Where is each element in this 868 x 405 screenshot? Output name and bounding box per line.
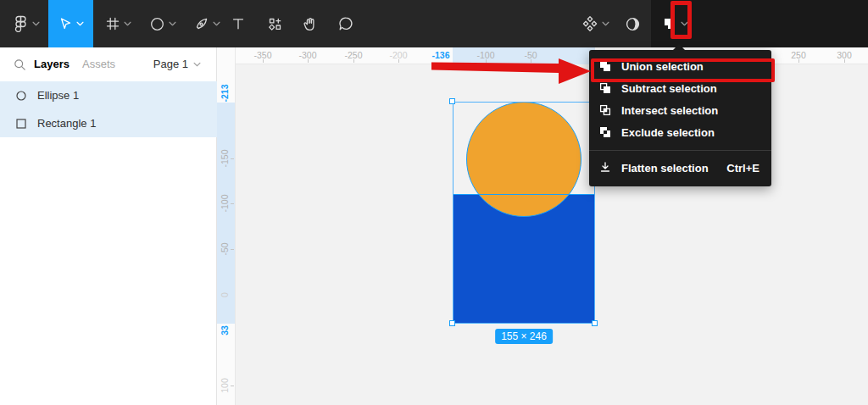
- annotation-box-boolean-chevron: [670, 1, 692, 39]
- frame-icon: [106, 17, 120, 31]
- pen-icon: [194, 17, 209, 31]
- comment-tool-button[interactable]: [331, 0, 361, 47]
- layer-name: Rectangle 1: [37, 117, 96, 130]
- ruler-label: -100: [220, 194, 230, 212]
- boolean-exclude-icon: [599, 126, 611, 138]
- ruler-label: 0: [220, 292, 230, 297]
- top-toolbar: [0, 0, 868, 47]
- chevron-down-icon: [193, 62, 201, 67]
- selection-bounding-box[interactable]: [453, 102, 595, 324]
- page-selector[interactable]: Page 1: [153, 58, 201, 70]
- hand-tool-button[interactable]: [295, 0, 326, 47]
- layer-row-ellipse-1[interactable]: Ellipse 1: [0, 81, 217, 109]
- chevron-down-icon: [213, 21, 220, 26]
- selection-handle-bottom-left[interactable]: [449, 320, 455, 326]
- ellipse-icon: [16, 91, 26, 101]
- move-cursor-icon: [58, 17, 72, 31]
- figma-logo-icon: [14, 15, 28, 32]
- create-component-button[interactable]: [259, 0, 290, 47]
- layer-row-rectangle-1[interactable]: Rectangle 1: [0, 109, 217, 137]
- menu-item-exclude-selection[interactable]: Exclude selection: [589, 121, 771, 143]
- menu-divider: [589, 150, 771, 151]
- page-selector-label: Page 1: [153, 58, 188, 70]
- component-instance-button[interactable]: [577, 0, 615, 47]
- flatten-icon: [599, 162, 611, 174]
- component-icon: [268, 17, 282, 31]
- frame-tool-button[interactable]: [97, 0, 141, 47]
- selection-size-badge: 155 × 246: [495, 329, 553, 344]
- menu-item-label: Subtract selection: [621, 82, 717, 95]
- vertical-ruler-selection-band: [217, 103, 235, 324]
- ruler-selection-label: 33: [220, 325, 230, 336]
- ruler-label: -150: [220, 149, 230, 167]
- menu-item-flatten-selection[interactable]: Flatten selection Ctrl+E: [589, 157, 771, 179]
- chevron-down-icon: [76, 21, 84, 26]
- chevron-down-icon: [124, 21, 131, 26]
- boolean-subtract-icon: [599, 82, 611, 94]
- layer-name: Ellipse 1: [37, 89, 79, 102]
- text-icon: [231, 17, 245, 31]
- search-icon[interactable]: [14, 58, 26, 71]
- ellipse-tool-icon: [150, 17, 164, 31]
- chevron-down-icon: [32, 21, 40, 26]
- menu-item-label: Exclude selection: [621, 126, 715, 139]
- mask-icon: [626, 17, 640, 31]
- move-tool-button[interactable]: [48, 0, 93, 47]
- rectangle-icon: [16, 119, 26, 129]
- tab-assets[interactable]: Assets: [82, 58, 115, 70]
- ruler-label: -50: [220, 242, 230, 255]
- comment-bubble-icon: [338, 16, 353, 31]
- menu-item-intersect-selection[interactable]: Intersect selection: [589, 99, 771, 121]
- panel-tab-row: Layers Assets Page 1: [0, 47, 216, 81]
- shape-tool-button[interactable]: [141, 0, 185, 47]
- figma-menu-button[interactable]: [7, 0, 46, 47]
- chevron-down-icon: [169, 21, 176, 26]
- hand-icon: [303, 16, 318, 31]
- menu-item-label: Flatten selection: [621, 162, 709, 175]
- text-tool-button[interactable]: [223, 0, 253, 47]
- annotation-arrow: [424, 49, 593, 88]
- component-diamonds-icon: [582, 16, 598, 31]
- ruler-selection-label: -213: [220, 84, 230, 102]
- mask-button[interactable]: [617, 0, 648, 47]
- tab-layers[interactable]: Layers: [34, 58, 70, 70]
- chevron-down-icon: [602, 21, 609, 26]
- menu-item-shortcut: Ctrl+E: [726, 162, 760, 175]
- selection-handle-bottom-right[interactable]: [592, 320, 598, 326]
- layers-panel: Layers Assets Page 1 Ellipse 1 Rectangle…: [0, 47, 217, 405]
- menu-item-label: Intersect selection: [621, 104, 718, 117]
- selection-handle-top-left[interactable]: [449, 98, 455, 104]
- ruler-label: 100: [220, 378, 230, 393]
- annotation-box-union-item: [591, 58, 775, 82]
- figma-app-window: Layers Assets Page 1 Ellipse 1 Rectangle…: [0, 0, 868, 405]
- boolean-intersect-icon: [599, 104, 611, 116]
